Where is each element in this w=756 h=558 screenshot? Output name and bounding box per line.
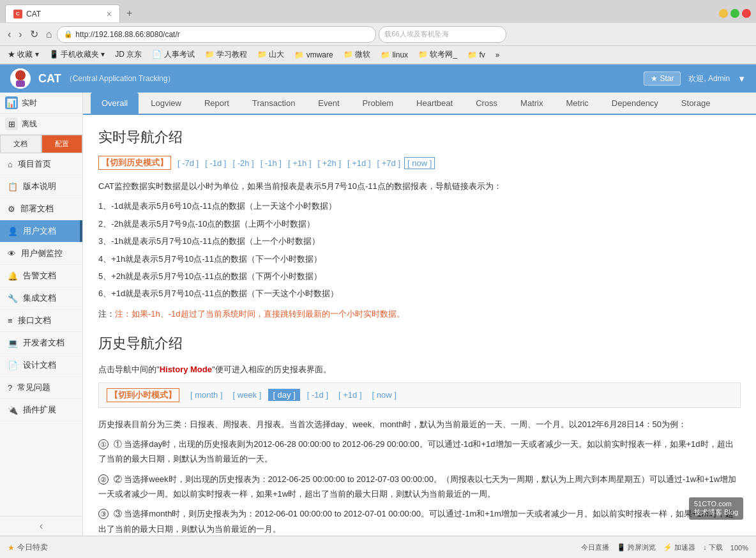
config-button[interactable]: 配置 <box>42 135 83 153</box>
sidebar-item-user-monitor[interactable]: 👁 用户侧监控 <box>0 243 82 265</box>
download-label[interactable]: ↓ 下载 <box>703 543 723 552</box>
app-subtitle: （Central Application Tracking） <box>65 73 176 84</box>
tab-event[interactable]: Event <box>307 93 350 114</box>
plugin-label: 插件扩展 <box>23 404 56 416</box>
h-link-week[interactable]: [ week ] <box>230 389 265 401</box>
tab-storage[interactable]: Storage <box>670 93 722 114</box>
sidebar-item-api[interactable]: ≡ 接口文档 <box>0 310 82 332</box>
speed-label[interactable]: ⚡ 加速器 <box>663 543 695 552</box>
bookmark-rukaow[interactable]: 📁 软考网_ <box>416 48 460 61</box>
live-label[interactable]: 今日直播 <box>581 543 609 552</box>
tabs-bar: Overall Logview Report Transaction Event… <box>83 93 756 115</box>
today-special[interactable]: 今日特卖 <box>17 542 48 553</box>
h-link-month[interactable]: [ month ] <box>187 389 226 401</box>
sidebar-item-faq[interactable]: ? 常见问题 <box>0 377 82 399</box>
bookmark-vmware[interactable]: 📁 vmware <box>292 49 335 61</box>
bottom-left: ★ 今日特卖 <box>8 542 48 553</box>
tab-overall[interactable]: Overall <box>91 93 139 114</box>
sidebar-offline[interactable]: ⊞ 离线 <box>0 114 82 135</box>
bookmark-ms[interactable]: 📁 微软 <box>341 48 373 61</box>
sidebar-item-alert[interactable]: 🔔 告警文档 <box>0 265 82 287</box>
history-mode-label[interactable]: 【切到小时模式】 <box>107 388 179 402</box>
tab-bar: C CAT × + <box>0 0 756 23</box>
realtime-item-5: 6、+1d就是表示5月7号10点-11点的数据（下一天这个小时数据） <box>98 286 741 301</box>
h-link-now[interactable]: [ now ] <box>369 389 400 401</box>
bookmarks-more[interactable]: » <box>493 49 503 61</box>
bookmark-fv[interactable]: 📁 fv <box>465 49 488 61</box>
tab-matrix[interactable]: Matrix <box>510 93 554 114</box>
link-plus1h[interactable]: [ +1h ] <box>285 158 314 169</box>
zoom-level[interactable]: 100% <box>730 544 748 552</box>
note-link[interactable]: 注：如果-1h、-1d超过了当前系统时间，直接跳转到最新的一个小时实时数据。 <box>115 309 405 319</box>
sidebar-realtime[interactable]: 📊 实时 <box>0 93 82 114</box>
address-bar[interactable]: 🔒 http://192.168.88.66:8080/cat/r <box>57 26 376 43</box>
link-now[interactable]: [ now ] <box>404 157 435 169</box>
refresh-button[interactable]: ↻ <box>27 27 41 41</box>
link-plus2h[interactable]: [ +2h ] <box>315 158 344 169</box>
history-section-title: 历史导航介绍 <box>98 334 741 353</box>
tab-dependency[interactable]: Dependency <box>601 93 669 114</box>
maximize-button[interactable] <box>730 9 739 18</box>
tab-close-button[interactable]: × <box>107 9 112 19</box>
sidebar-item-home[interactable]: ⌂ 项目首页 <box>0 153 82 176</box>
realtime-nav-links: 【切到历史模式】 [ -7d ] [ -1d ] [ -2h ] [ -1h ]… <box>98 156 741 170</box>
back-button[interactable]: ‹ <box>5 27 13 41</box>
app-body: 📊 实时 ⊞ 离线 文档 配置 ⌂ 项目首页 📋 版本说明 ⚙ 部署文档 👤 用… <box>0 93 756 536</box>
sidebar-item-dev[interactable]: 💻 开发者文档 <box>0 332 82 354</box>
h-link-day[interactable]: [ day ] <box>268 389 299 401</box>
svg-rect-1 <box>16 80 25 87</box>
minimize-button[interactable] <box>719 9 728 18</box>
tab-heartbeat[interactable]: Heartbeat <box>405 93 464 114</box>
tab-logview[interactable]: Logview <box>140 93 192 114</box>
home-button[interactable]: ⌂ <box>43 27 55 41</box>
sidebar-item-user-doc[interactable]: 👤 用户文档 <box>0 220 82 243</box>
link-minus1d[interactable]: [ -1d ] <box>202 158 229 169</box>
bookmark-tutorial[interactable]: 📁 学习教程 <box>202 48 250 61</box>
browse-label[interactable]: 📱 跨屏浏览 <box>617 543 656 552</box>
star-button[interactable]: ★ Star <box>644 72 681 86</box>
tab-report[interactable]: Report <box>193 93 240 114</box>
tab-transaction[interactable]: Transaction <box>241 93 306 114</box>
tab-problem[interactable]: Problem <box>352 93 404 114</box>
url-text: http://192.168.88.66:8080/cat/r <box>75 30 179 39</box>
h-link-plus1d[interactable]: [ +1d ] <box>335 389 365 401</box>
watermark-line1: 51CTO.com <box>694 500 738 508</box>
h-link-minus1d[interactable]: [ -1d ] <box>304 389 331 401</box>
doc-button[interactable]: 文档 <box>0 135 42 153</box>
sidebar-item-deploy[interactable]: ⚙ 部署文档 <box>0 198 82 220</box>
realtime-icon: 📊 <box>5 96 18 109</box>
tab-title-text: CAT <box>26 10 102 19</box>
search-bar[interactable]: 载66人埃及客机坠海 <box>379 26 506 43</box>
tab-cross[interactable]: Cross <box>465 93 508 114</box>
close-window-button[interactable] <box>742 9 751 18</box>
window-controls <box>719 9 751 18</box>
bookmark-jd[interactable]: JD 京东 <box>112 48 144 61</box>
sidebar-collapse-button[interactable]: ‹ <box>0 516 82 536</box>
link-minus2h[interactable]: [ -2h ] <box>231 158 257 169</box>
sidebar-item-design[interactable]: 📄 设计文档 <box>0 354 82 377</box>
sidebar-item-plugin[interactable]: 🔌 插件扩展 <box>0 399 82 421</box>
realtime-mode-label[interactable]: 【切到历史模式】 <box>98 156 171 170</box>
integration-icon: 🔧 <box>8 294 18 303</box>
sidebar-item-integration[interactable]: 🔧 集成文档 <box>0 287 82 310</box>
bookmark-linux[interactable]: 📁 linux <box>378 49 411 61</box>
sidebar: 📊 实时 ⊞ 离线 文档 配置 ⌂ 项目首页 📋 版本说明 ⚙ 部署文档 👤 用… <box>0 93 83 536</box>
link-minus7d[interactable]: [ -7d ] <box>175 158 201 169</box>
link-minus1h[interactable]: [ -1h ] <box>258 158 284 169</box>
history-item3: ③ ③ 当选择month时，则历史报表为为：2012-06-01 00:00:0… <box>98 506 741 536</box>
bookmark-mobile[interactable]: 📱 手机收藏夹 ▾ <box>47 48 108 61</box>
sidebar-item-version[interactable]: 📋 版本说明 <box>0 176 82 198</box>
bookmark-shanda[interactable]: 📁 山大 <box>255 48 287 61</box>
bottom-right: 今日直播 📱 跨屏浏览 ⚡ 加速器 ↓ 下载 100% <box>581 543 748 552</box>
link-plus7d[interactable]: [ +7d ] <box>375 158 404 169</box>
tab-metric[interactable]: Metric <box>555 93 599 114</box>
browser-tab[interactable]: C CAT × <box>5 4 120 22</box>
forward-button[interactable]: › <box>16 27 24 41</box>
bookmark-exam[interactable]: 📄 人事考试 <box>149 48 197 61</box>
main-content: Overall Logview Report Transaction Event… <box>83 93 756 536</box>
new-tab-button[interactable]: + <box>121 5 137 22</box>
user-dropdown-icon[interactable]: ▼ <box>737 74 746 84</box>
link-plus1d[interactable]: [ +1d ] <box>345 158 374 169</box>
bookmark-collect[interactable]: ★ 收藏 ▾ <box>5 48 42 61</box>
watermark-line2: 技术博客 Blog <box>694 508 738 517</box>
